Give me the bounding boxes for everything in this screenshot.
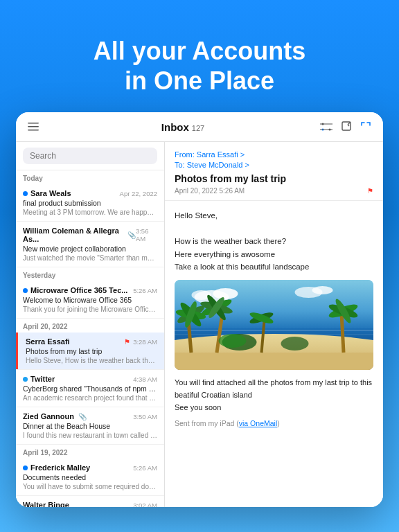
detail-subject: Photos from my last trip bbox=[175, 173, 373, 184]
sender-name: Zied Gannoun 📎 bbox=[23, 412, 87, 420]
menu-icon[interactable] bbox=[26, 119, 41, 134]
list-item[interactable]: Serra Essafi ⚑ 3:28 AM Photos from my la… bbox=[16, 332, 164, 370]
email-subject: CyberBorg shared "Thousands of npm acc..… bbox=[23, 384, 157, 393]
detail-flag-icon[interactable]: ⚑ bbox=[367, 187, 373, 195]
left-panel: Today Sara Weals Apr 22, 2022 final prod… bbox=[16, 142, 165, 507]
svg-point-41 bbox=[219, 334, 247, 348]
email-preview: Thank you for joining the Microware Offi… bbox=[23, 305, 157, 313]
hero-title: All your Accounts in One Place bbox=[66, 36, 334, 96]
email-time: 4:38 AM bbox=[133, 375, 157, 383]
svg-rect-0 bbox=[28, 123, 39, 124]
unread-dot bbox=[23, 191, 28, 196]
body-line3: Take a look at this beautiful landscape bbox=[175, 260, 373, 273]
sender-name: William Coleman & Allegra As... 📎 bbox=[23, 227, 136, 243]
search-input[interactable] bbox=[23, 148, 157, 164]
email-time: 5:26 AM bbox=[133, 287, 157, 294]
email-subject: Documents needed bbox=[23, 473, 157, 481]
email-time: 5:26 AM bbox=[133, 464, 157, 472]
hero-line1: All your Accounts bbox=[94, 36, 306, 66]
email-preview: You will have to submit some required do… bbox=[23, 483, 157, 490]
greeting: Hello Steve, bbox=[175, 209, 373, 222]
top-bar: Inbox127 bbox=[16, 112, 383, 142]
twitter-dot bbox=[23, 377, 28, 382]
sender-name: Walter Binge bbox=[23, 501, 69, 507]
email-preview: Just watched the movie "Smarter than me"… bbox=[23, 254, 157, 262]
email-detail-header: From: Sarra Essafi > To: Steve McDonald … bbox=[165, 142, 383, 201]
email-body: Hello Steve, How is the weather back the… bbox=[165, 201, 383, 507]
list-item[interactable]: Frederick Malley 5:26 AM Documents neede… bbox=[16, 459, 164, 496]
email-preview: Meeting at 3 PM tomorrow. We are happy t… bbox=[23, 209, 157, 216]
attachment-icon: 📎 bbox=[78, 413, 87, 420]
right-panel: From: Sarra Essafi > To: Steve McDonald … bbox=[165, 142, 383, 507]
sender-name: Sara Weals bbox=[23, 189, 71, 197]
email-subject: New movie project collaboration bbox=[23, 245, 157, 253]
email-preview: An academic research project found that … bbox=[23, 394, 157, 402]
attachment-icon: 📎 bbox=[127, 231, 136, 239]
section-april19: April 19, 2022 bbox=[16, 445, 164, 459]
email-image bbox=[175, 280, 373, 370]
svg-rect-22 bbox=[175, 353, 373, 370]
email-time: 3:50 AM bbox=[133, 413, 157, 420]
body-text: Hello Steve, How is the weather back the… bbox=[175, 209, 373, 273]
flag-icon: ⚑ bbox=[124, 338, 130, 346]
email-time: 3:02 AM bbox=[133, 502, 157, 508]
section-april20: April 20, 2022 bbox=[16, 319, 164, 332]
sender-name: Microware Office 365 Tec... bbox=[23, 286, 127, 294]
email-time: 3:28 AM bbox=[133, 338, 157, 346]
search-bar bbox=[16, 142, 164, 170]
list-item[interactable]: Twitter 4:38 AM CyberBorg shared "Thousa… bbox=[16, 370, 164, 407]
sender-name: Frederick Malley bbox=[23, 463, 90, 472]
email-subject: Welcome to Microware Office 365 bbox=[23, 296, 157, 304]
svg-point-42 bbox=[281, 337, 309, 351]
app-window: Inbox127 bbox=[16, 112, 383, 507]
main-layout: Today Sara Weals Apr 22, 2022 final prod… bbox=[16, 142, 383, 507]
detail-to: To: Steve McDonald > bbox=[175, 161, 373, 169]
svg-rect-1 bbox=[28, 126, 39, 127]
section-yesterday: Yesterday bbox=[16, 267, 164, 281]
svg-point-13 bbox=[213, 288, 238, 299]
svg-line-10 bbox=[348, 125, 349, 126]
onemail-link[interactable]: via OneMail bbox=[239, 419, 277, 427]
footer-sent: Sent from my iPad (via OneMail) bbox=[175, 419, 373, 427]
section-today: Today bbox=[16, 170, 164, 184]
email-time: Apr 22, 2022 bbox=[120, 190, 157, 197]
email-subject: Dinner at the Beach House bbox=[23, 422, 157, 430]
list-item[interactable]: William Coleman & Allegra As... 📎 3:56 A… bbox=[16, 222, 164, 267]
inbox-badge: 127 bbox=[192, 124, 204, 132]
top-bar-actions bbox=[319, 119, 354, 134]
email-subject: final product submission bbox=[23, 199, 157, 207]
svg-rect-2 bbox=[28, 130, 39, 131]
svg-point-16 bbox=[312, 286, 333, 294]
sender-name: Serra Essafi bbox=[26, 337, 70, 346]
email-preview: Hello Steve, How is the weather back the… bbox=[23, 357, 157, 364]
body-line2: Here everything is awosome bbox=[175, 248, 373, 260]
list-item[interactable]: Walter Binge 3:02 AM Yosemite I can't wa… bbox=[16, 496, 164, 507]
filter-icon[interactable] bbox=[319, 119, 333, 134]
email-time: 3:56 AM bbox=[136, 227, 157, 242]
list-item[interactable]: Zied Gannoun 📎 3:50 AM Dinner at the Bea… bbox=[16, 407, 164, 445]
flag-bar bbox=[16, 332, 18, 369]
detail-from: From: Sarra Essafi > bbox=[175, 150, 373, 159]
inbox-title: Inbox127 bbox=[46, 121, 319, 133]
resize-icon[interactable] bbox=[358, 119, 373, 134]
hero-line2: in One Place bbox=[94, 66, 306, 96]
compose-icon[interactable] bbox=[340, 119, 354, 134]
unread-dot bbox=[23, 288, 28, 293]
footer-text: You will find attached all the photos fr… bbox=[175, 377, 373, 414]
body-line1: How is the weather back there? bbox=[175, 235, 373, 247]
list-item[interactable]: Sara Weals Apr 22, 2022 final product su… bbox=[16, 184, 164, 222]
unread-dot bbox=[23, 466, 28, 470]
sender-name: Twitter bbox=[23, 375, 55, 383]
list-item[interactable]: Microware Office 365 Tec... 5:26 AM Welc… bbox=[16, 281, 164, 319]
detail-date: April 20, 2022 5:26 AM ⚑ bbox=[175, 187, 373, 195]
email-preview: I found this new restaurant in town call… bbox=[23, 432, 157, 439]
email-subject: Photos from my last trip bbox=[23, 347, 157, 355]
email-list: Today Sara Weals Apr 22, 2022 final prod… bbox=[16, 170, 164, 507]
